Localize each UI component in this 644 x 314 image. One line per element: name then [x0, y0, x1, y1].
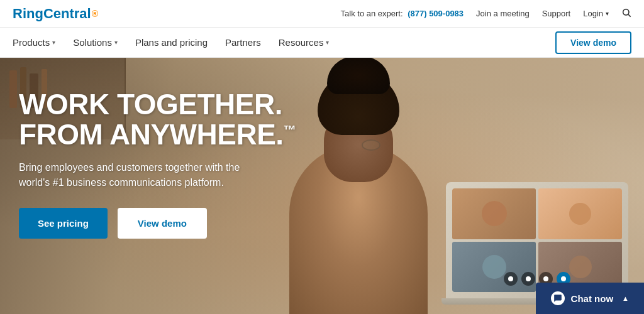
nav-item-solutions[interactable]: Solutions ▾	[73, 37, 118, 48]
nav-item-resources[interactable]: Resources ▾	[279, 37, 330, 48]
chat-bubble-icon	[551, 291, 565, 305]
see-pricing-button[interactable]: See pricing	[19, 208, 108, 239]
person-figure	[270, 75, 447, 314]
top-bar: RingCentral® Talk to an expert: (877) 50…	[0, 0, 644, 28]
resources-chevron-icon: ▾	[326, 39, 329, 46]
hero-section: WORK TOGETHER. FROM ANYWHERE.™ Bring emp…	[0, 58, 644, 314]
login-chevron-icon: ▾	[606, 10, 609, 17]
svg-point-0	[623, 9, 629, 14]
products-chevron-icon: ▾	[52, 39, 55, 46]
hero-view-demo-button[interactable]: View demo	[118, 208, 207, 239]
view-demo-button[interactable]: View demo	[555, 31, 631, 54]
nav-bar: Products ▾ Solutions ▾ Plans and pricing…	[0, 28, 644, 58]
chat-now-label: Chat now	[571, 293, 614, 304]
hero-headline: WORK TOGETHER. FROM ANYWHERE.™	[19, 89, 296, 150]
chat-chevron-icon: ▲	[622, 295, 629, 302]
logo-ring: Ring	[13, 6, 43, 22]
main-nav: Products ▾ Solutions ▾ Plans and pricing…	[13, 37, 329, 48]
logo-central: Central	[43, 6, 91, 22]
svg-line-1	[628, 14, 631, 17]
top-right-nav: Talk to an expert: (877) 509-0983 Join a…	[341, 8, 631, 20]
talk-to-expert-label: Talk to an expert: (877) 509-0983	[341, 9, 464, 18]
nav-item-plans[interactable]: Plans and pricing	[135, 37, 208, 48]
hero-subtext: Bring employees and customers together w…	[19, 160, 258, 190]
solutions-chevron-icon: ▾	[114, 39, 118, 46]
hero-cta-buttons: See pricing View demo	[19, 208, 296, 239]
logo[interactable]: RingCentral®	[13, 6, 98, 22]
join-meeting-link[interactable]: Join a meeting	[476, 9, 530, 18]
support-link[interactable]: Support	[542, 9, 571, 18]
hero-content: WORK TOGETHER. FROM ANYWHERE.™ Bring emp…	[19, 89, 296, 239]
nav-item-partners[interactable]: Partners	[225, 37, 261, 48]
phone-number[interactable]: (877) 509-0983	[408, 9, 464, 18]
search-icon[interactable]	[621, 8, 631, 20]
nav-item-products[interactable]: Products ▾	[13, 37, 55, 48]
logo-trademark: ®	[92, 9, 98, 19]
chat-now-button[interactable]: Chat now ▲	[536, 283, 644, 314]
login-button[interactable]: Login ▾	[583, 9, 609, 18]
